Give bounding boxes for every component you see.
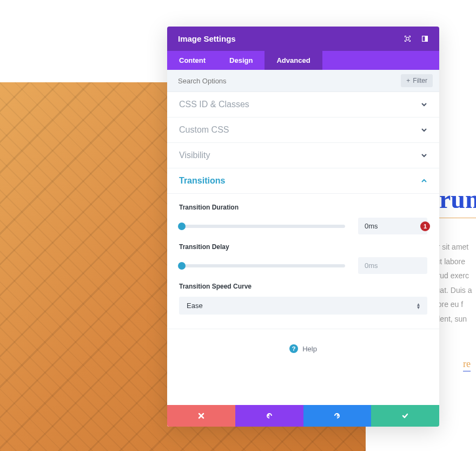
speed-curve-label: Transition Speed Curve [179, 283, 427, 290]
plus-icon: + [406, 77, 410, 84]
delay-value: 0ms [365, 262, 378, 270]
filter-label: Filter [413, 77, 427, 84]
modal-header: Image Settings [167, 27, 439, 51]
modal-title: Image Settings [178, 34, 236, 43]
section-css-id-classes[interactable]: CSS ID & Classes [167, 92, 439, 117]
section-label: Custom CSS [179, 125, 229, 135]
section-custom-css[interactable]: Custom CSS [167, 117, 439, 143]
section-visibility[interactable]: Visibility [167, 143, 439, 168]
duration-value-input[interactable]: 0ms 1 [358, 218, 427, 234]
slider-thumb[interactable] [178, 262, 186, 270]
section-label: CSS ID & Classes [179, 100, 249, 109]
svg-rect-0 [406, 37, 409, 40]
delay-value-input[interactable]: 0ms [358, 257, 427, 274]
callout-badge: 1 [420, 221, 430, 231]
duration-label: Transition Duration [179, 204, 427, 211]
close-icon [197, 412, 205, 420]
modal-tabs: Content Design Advanced [167, 51, 439, 70]
chevron-up-icon [421, 178, 427, 184]
duration-row: 0ms 1 [179, 218, 427, 234]
speed-curve-select[interactable]: Ease ▴▾ [179, 297, 427, 315]
help-icon: ? [289, 344, 298, 353]
image-settings-modal: Image Settings Content Design Advanced + [167, 27, 439, 427]
delay-slider[interactable] [179, 264, 345, 267]
slider-thumb[interactable] [178, 223, 186, 230]
undo-button[interactable] [235, 405, 303, 427]
save-button[interactable] [371, 405, 439, 427]
modal-header-icons [404, 35, 428, 43]
chevron-down-icon [421, 127, 427, 133]
filter-button[interactable]: + Filter [401, 74, 433, 87]
delay-row: 0ms [179, 257, 427, 274]
help-label: Help [302, 345, 317, 353]
cancel-button[interactable] [167, 405, 235, 427]
section-label: Visibility [179, 151, 210, 160]
check-icon [401, 412, 409, 420]
tab-design[interactable]: Design [217, 51, 265, 70]
transitions-panel: Transition Duration 0ms 1 Transition Del… [167, 194, 439, 329]
tab-content[interactable]: Content [167, 51, 217, 70]
chevron-down-icon [421, 152, 427, 159]
help-link[interactable]: ? Help [167, 329, 439, 405]
redo-icon [333, 412, 341, 420]
sort-icon: ▴▾ [417, 303, 420, 309]
action-bar [167, 405, 439, 427]
page-link-fragment[interactable]: re [463, 358, 471, 371]
delay-label: Transition Delay [179, 243, 427, 251]
section-transitions[interactable]: Transitions [167, 168, 439, 194]
search-input[interactable] [174, 75, 401, 87]
chevron-down-icon [421, 101, 427, 108]
snap-icon[interactable] [421, 35, 428, 43]
tab-advanced[interactable]: Advanced [265, 51, 322, 70]
duration-slider[interactable] [179, 225, 345, 228]
speed-curve-value: Ease [187, 302, 203, 310]
heading-underline [438, 218, 476, 218]
undo-icon [266, 412, 273, 420]
duration-value: 0ms [365, 222, 378, 230]
expand-icon[interactable] [404, 35, 411, 43]
page-heading-fragment: rum [439, 184, 476, 214]
section-label: Transitions [179, 176, 225, 186]
search-row: + Filter [167, 70, 439, 92]
accordion: CSS ID & Classes Custom CSS Visibility T… [167, 92, 439, 427]
redo-button[interactable] [303, 405, 372, 427]
svg-rect-2 [425, 36, 427, 42]
